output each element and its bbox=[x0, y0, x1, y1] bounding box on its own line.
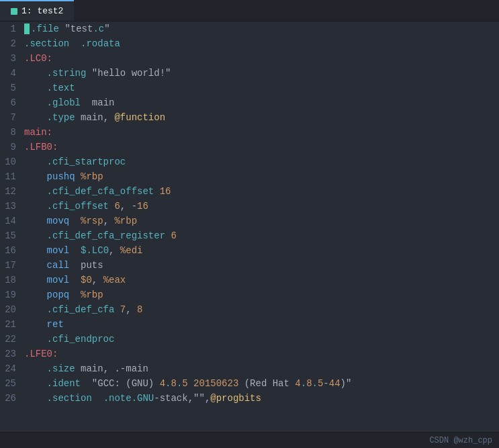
line-content: pushq %rbp bbox=[24, 169, 103, 184]
line-number: 24 bbox=[0, 361, 24, 376]
line-number: 19 bbox=[0, 287, 24, 302]
line-content: .section .note.GNU-stack,"",@progbits bbox=[24, 391, 261, 406]
line-content: .cfi_def_cfa_register 6 bbox=[24, 228, 177, 243]
code-line: 3.LC0: bbox=[0, 51, 499, 66]
code-line: 11 pushq %rbp bbox=[0, 169, 499, 184]
line-number: 4 bbox=[0, 66, 24, 81]
line-content: .ident "GCC: (GNU) 4.8.5 20150623 (Red H… bbox=[24, 376, 351, 391]
line-number: 8 bbox=[0, 125, 24, 140]
code-line: 15 .cfi_def_cfa_register 6 bbox=[0, 228, 499, 243]
line-content: .string "hello world!" bbox=[24, 66, 171, 81]
line-content: call puts bbox=[24, 258, 103, 273]
line-number: 7 bbox=[0, 110, 24, 125]
tab-label: 1: test2 bbox=[21, 6, 63, 16]
code-line: 12 .cfi_def_cfa_offset 16 bbox=[0, 184, 499, 199]
line-number: 17 bbox=[0, 258, 24, 273]
line-content: .size main, .-main bbox=[24, 361, 148, 376]
line-content: .text bbox=[24, 81, 75, 95]
line-number: 6 bbox=[0, 95, 24, 110]
tab-bar: 1: test2 bbox=[0, 0, 499, 21]
line-number: 23 bbox=[0, 347, 24, 361]
code-line: 7 .type main, @function bbox=[0, 110, 499, 125]
line-content: ret bbox=[24, 317, 64, 332]
line-content: movl $.LC0, %edi bbox=[24, 243, 142, 258]
code-line: 20 .cfi_def_cfa 7, 8 bbox=[0, 302, 499, 317]
line-number: 18 bbox=[0, 273, 24, 287]
code-line: 24 .size main, .-main bbox=[0, 361, 499, 376]
status-bar: CSDN @wzh_cpp bbox=[0, 432, 499, 448]
line-number: 20 bbox=[0, 302, 24, 317]
status-credit: CSDN @wzh_cpp bbox=[429, 436, 492, 445]
line-number: 25 bbox=[0, 376, 24, 391]
line-number: 16 bbox=[0, 243, 24, 258]
code-line: 2.section .rodata bbox=[0, 36, 499, 51]
code-line: 23.LFE0: bbox=[0, 347, 499, 361]
code-line: 21 ret bbox=[0, 317, 499, 332]
code-line: 8main: bbox=[0, 125, 499, 140]
code-container: 1.file "test.c"2.section .rodata3.LC0:4 … bbox=[0, 21, 499, 432]
code-line: 18 movl $0, %eax bbox=[0, 273, 499, 287]
line-number: 1 bbox=[0, 21, 24, 36]
line-number: 15 bbox=[0, 228, 24, 243]
line-number: 12 bbox=[0, 184, 24, 199]
line-content: .cfi_endproc bbox=[24, 332, 114, 347]
line-content: .type main, @function bbox=[24, 110, 165, 125]
line-number: 21 bbox=[0, 317, 24, 332]
code-line: 13 .cfi_offset 6, -16 bbox=[0, 199, 499, 214]
line-content: .cfi_def_cfa 7, 8 bbox=[24, 302, 142, 317]
line-number: 3 bbox=[0, 51, 24, 66]
line-content: movl $0, %eax bbox=[24, 273, 126, 287]
active-tab[interactable]: 1: test2 bbox=[0, 0, 74, 21]
code-line: 5 .text bbox=[0, 81, 499, 95]
line-number: 2 bbox=[0, 36, 24, 51]
line-content: .cfi_offset 6, -16 bbox=[24, 199, 148, 214]
line-content: .LFE0: bbox=[24, 347, 58, 361]
line-content: .cfi_startproc bbox=[24, 154, 126, 169]
line-content: movq %rsp, %rbp bbox=[24, 214, 137, 228]
line-content: .LC0: bbox=[24, 51, 52, 66]
line-number: 14 bbox=[0, 214, 24, 228]
line-content: .section .rodata bbox=[24, 36, 120, 51]
code-line: 22 .cfi_endproc bbox=[0, 332, 499, 347]
code-line: 26 .section .note.GNU-stack,"",@progbits bbox=[0, 391, 499, 406]
line-number: 11 bbox=[0, 169, 24, 184]
line-content: popq %rbp bbox=[24, 287, 103, 302]
line-number: 9 bbox=[0, 140, 24, 154]
line-content: .cfi_def_cfa_offset 16 bbox=[24, 184, 171, 199]
line-content: .globl main bbox=[24, 95, 114, 110]
line-number: 5 bbox=[0, 81, 24, 95]
code-line: 4 .string "hello world!" bbox=[0, 66, 499, 81]
line-number: 22 bbox=[0, 332, 24, 347]
code-line: 25 .ident "GCC: (GNU) 4.8.5 20150623 (Re… bbox=[0, 376, 499, 391]
line-content: main: bbox=[24, 125, 52, 140]
line-content: .LFB0: bbox=[24, 140, 58, 154]
line-number: 26 bbox=[0, 391, 24, 406]
code-line: 1.file "test.c" bbox=[0, 21, 499, 36]
code-line: 9.LFB0: bbox=[0, 140, 499, 154]
code-line: 16 movl $.LC0, %edi bbox=[0, 243, 499, 258]
line-content: .file "test.c" bbox=[24, 21, 110, 36]
code-line: 14 movq %rsp, %rbp bbox=[0, 214, 499, 228]
code-line: 10 .cfi_startproc bbox=[0, 154, 499, 169]
line-number: 10 bbox=[0, 154, 24, 169]
line-number: 13 bbox=[0, 199, 24, 214]
code-line: 17 call puts bbox=[0, 258, 499, 273]
code-line: 19 popq %rbp bbox=[0, 287, 499, 302]
code-line: 6 .globl main bbox=[0, 95, 499, 110]
